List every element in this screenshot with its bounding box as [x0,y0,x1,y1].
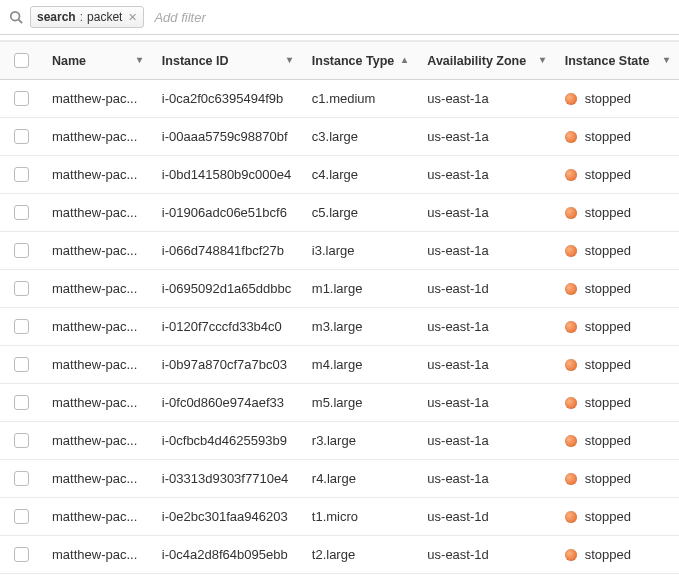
cell-instance-type: c3.large [302,118,418,156]
row-select-checkbox[interactable] [14,319,29,334]
cell-instance-type: t2.medium [302,574,418,585]
status-dot-icon [565,511,577,523]
filter-bar: search : packet ✕ [0,0,679,35]
sort-handle-icon: ▾ [287,54,292,65]
status-dot-icon [565,93,577,105]
col-name-label: Name [52,54,86,68]
table-row[interactable]: matthew-pac...i-0cfbcb4d4625593b9r3.larg… [0,422,679,460]
row-select-cell[interactable] [0,270,42,308]
select-all-header[interactable] [0,42,42,80]
cell-instance-type: t1.micro [302,498,418,536]
row-select-checkbox[interactable] [14,357,29,372]
status-dot-icon [565,473,577,485]
sort-asc-icon: ▴ [402,54,407,65]
cell-instance-type: m3.large [302,308,418,346]
row-select-checkbox[interactable] [14,205,29,220]
table-row[interactable]: matthew-pac...i-00aaa5759c98870bfc3.larg… [0,118,679,156]
row-select-cell[interactable] [0,574,42,585]
row-select-cell[interactable] [0,536,42,574]
filter-tag-key: search [37,10,76,24]
cell-availability-zone: us-east-1a [417,384,554,422]
col-instance-state[interactable]: Instance State ▾ [555,42,679,80]
row-select-cell[interactable] [0,346,42,384]
cell-instance-state: stopped [555,346,679,384]
row-select-checkbox[interactable] [14,281,29,296]
col-instance-state-label: Instance State [565,54,650,68]
cell-availability-zone: us-east-1d [417,498,554,536]
cell-availability-zone: us-east-1a [417,308,554,346]
row-select-cell[interactable] [0,80,42,118]
row-select-cell[interactable] [0,156,42,194]
row-select-checkbox[interactable] [14,129,29,144]
filter-tag-value: packet [87,10,122,24]
status-dot-icon [565,435,577,447]
select-all-checkbox[interactable] [14,53,29,68]
cell-name: matthew-pac... [42,498,152,536]
cell-availability-zone: us-east-1a [417,80,554,118]
remove-filter-icon[interactable]: ✕ [128,11,137,24]
table-row[interactable]: matthew-pac...i-0bd141580b9c000e4c4.larg… [0,156,679,194]
row-select-cell[interactable] [0,232,42,270]
cell-availability-zone: us-east-1d [417,270,554,308]
row-select-checkbox[interactable] [14,433,29,448]
row-select-cell[interactable] [0,422,42,460]
cell-instance-id: i-0b97a870cf7a7bc03 [152,346,302,384]
row-select-cell[interactable] [0,308,42,346]
cell-instance-state: stopped [555,422,679,460]
cell-availability-zone: us-east-1d [417,574,554,585]
row-select-cell[interactable] [0,384,42,422]
col-instance-type[interactable]: Instance Type ▴ [302,42,418,80]
state-text: stopped [585,205,631,220]
state-text: stopped [585,91,631,106]
table-row[interactable]: matthew-pac...i-0695092d1a65ddbbcm1.larg… [0,270,679,308]
cell-instance-type: m5.large [302,384,418,422]
row-select-cell[interactable] [0,118,42,156]
cell-instance-id: i-0cfbcb4d4625593b9 [152,422,302,460]
table-body: matthew-pac...i-0ca2f0c6395494f9bc1.medi… [0,80,679,585]
row-select-checkbox[interactable] [14,91,29,106]
row-select-checkbox[interactable] [14,243,29,258]
state-text: stopped [585,433,631,448]
row-select-cell[interactable] [0,498,42,536]
cell-name: matthew-pac... [42,384,152,422]
table-row[interactable]: matthew-pac...i-01906adc06e51bcf6c5.larg… [0,194,679,232]
table-row[interactable]: matthew-pac...i-0ca2f0c6395494f9bc1.medi… [0,80,679,118]
row-select-cell[interactable] [0,194,42,232]
cell-name: matthew-pac... [42,118,152,156]
cell-instance-id: i-0a7712648b9287d... [152,574,302,585]
row-select-checkbox[interactable] [14,547,29,562]
cell-instance-state: stopped [555,536,679,574]
svg-line-1 [19,20,23,24]
status-dot-icon [565,549,577,561]
cell-instance-type: m4.large [302,346,418,384]
row-select-cell[interactable] [0,460,42,498]
cell-name: matthew-pac... [42,308,152,346]
table-row[interactable]: matthew-pac...i-03313d9303f7710e4r4.larg… [0,460,679,498]
table-row[interactable]: matthew-pac...i-0fc0d860e974aef33m5.larg… [0,384,679,422]
table-row[interactable]: matthew-pac...i-0120f7cccfd33b4c0m3.larg… [0,308,679,346]
row-select-checkbox[interactable] [14,167,29,182]
add-filter-input[interactable] [150,8,671,27]
cell-instance-id: i-0695092d1a65ddbbc [152,270,302,308]
state-text: stopped [585,129,631,144]
col-name[interactable]: Name ▾ [42,42,152,80]
table-row[interactable]: matthew-pac...i-0a7712648b9287d...t2.med… [0,574,679,585]
table-row[interactable]: matthew-pac...i-066d748841fbcf27bi3.larg… [0,232,679,270]
cell-availability-zone: us-east-1a [417,194,554,232]
row-select-checkbox[interactable] [14,509,29,524]
svg-point-0 [11,12,20,21]
table-row[interactable]: matthew-pac...i-0b97a870cf7a7bc03m4.larg… [0,346,679,384]
table-row[interactable]: matthew-pac...i-0e2bc301faa946203t1.micr… [0,498,679,536]
col-availability-zone[interactable]: Availability Zone ▾ [417,42,554,80]
row-select-checkbox[interactable] [14,471,29,486]
cell-instance-state: stopped [555,574,679,585]
filter-tag-search[interactable]: search : packet ✕ [30,6,144,28]
status-dot-icon [565,283,577,295]
table-row[interactable]: matthew-pac...i-0c4a2d8f64b095ebbt2.larg… [0,536,679,574]
cell-instance-id: i-0120f7cccfd33b4c0 [152,308,302,346]
col-instance-id[interactable]: Instance ID ▾ [152,42,302,80]
cell-instance-state: stopped [555,156,679,194]
row-select-checkbox[interactable] [14,395,29,410]
cell-name: matthew-pac... [42,574,152,585]
sort-handle-icon: ▾ [664,54,669,65]
